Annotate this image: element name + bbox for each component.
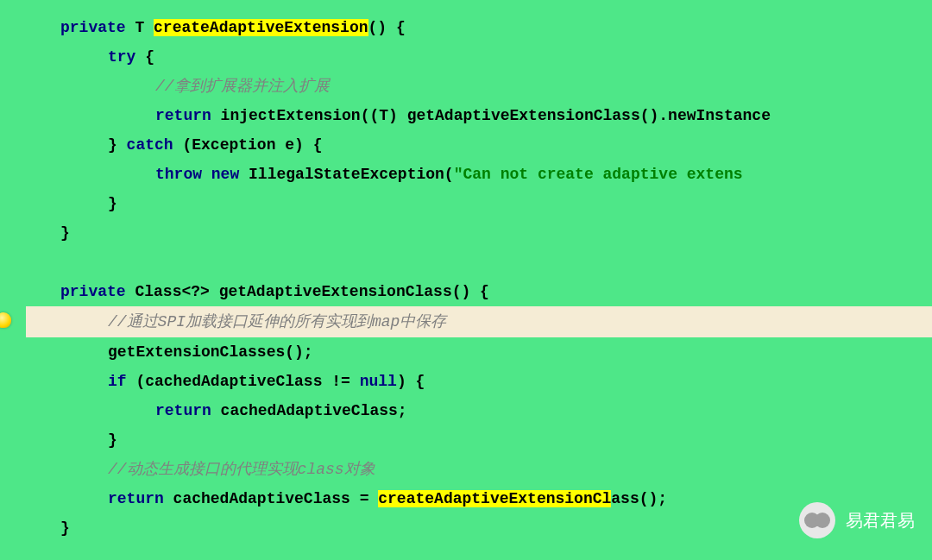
- type-param: T: [135, 19, 144, 36]
- code-line[interactable]: private T createAdaptiveExtension() {: [26, 13, 932, 42]
- keyword-throw: throw: [155, 166, 202, 183]
- keyword-try: try: [108, 48, 135, 66]
- code-line[interactable]: getExtensionClasses();: [26, 337, 932, 367]
- keyword-null: null: [360, 373, 397, 390]
- code-line[interactable]: if (cachedAdaptiveClass != null) {: [26, 367, 932, 396]
- wechat-icon: [799, 502, 835, 538]
- code-line[interactable]: }: [26, 425, 932, 455]
- comment: //拿到扩展器并注入扩展: [155, 78, 330, 95]
- keyword-return: return: [155, 107, 211, 124]
- code-line[interactable]: throw new IllegalStateException("Can not…: [26, 160, 932, 189]
- keyword-return: return: [155, 402, 211, 419]
- code-line[interactable]: return injectExtension((T) getAdaptiveEx…: [26, 101, 932, 130]
- code-line[interactable]: }: [26, 189, 932, 218]
- comment: //通过SPI加载接口延伸的所有实现到map中保存: [108, 313, 446, 330]
- keyword-new: new: [202, 166, 239, 183]
- keyword-catch: catch: [127, 136, 173, 154]
- code-line-blank[interactable]: [26, 248, 932, 277]
- watermark-text: 易君君易: [846, 509, 915, 532]
- code-line-highlighted[interactable]: //通过SPI加载接口延伸的所有实现到map中保存: [26, 306, 932, 337]
- code-line[interactable]: }: [26, 513, 932, 543]
- keyword-private: private: [60, 19, 126, 36]
- code-line[interactable]: //动态生成接口的代理实现class对象: [26, 455, 932, 484]
- code-area[interactable]: private T createAdaptiveExtension() { tr…: [26, 0, 932, 543]
- watermark: 易君君易: [799, 502, 915, 538]
- code-line[interactable]: return cachedAdaptiveClass = createAdapt…: [26, 484, 932, 513]
- code-line[interactable]: try {: [26, 42, 932, 72]
- gutter: [0, 0, 26, 560]
- highlight-method: createAdaptiveExtension: [154, 19, 368, 36]
- keyword-if: if: [108, 373, 127, 390]
- highlight-method: createAdaptiveExtensionCl: [378, 490, 611, 507]
- keyword-return: return: [108, 490, 164, 507]
- string-literal: "Can not create adaptive extens: [454, 166, 743, 183]
- code-line[interactable]: }: [26, 218, 932, 248]
- comment: //动态生成接口的代理实现class对象: [108, 461, 375, 478]
- code-line[interactable]: private Class<?> getAdaptiveExtensionCla…: [26, 277, 932, 306]
- code-line[interactable]: //拿到扩展器并注入扩展: [26, 72, 932, 101]
- code-line[interactable]: return cachedAdaptiveClass;: [26, 396, 932, 425]
- code-line[interactable]: } catch (Exception e) {: [26, 130, 932, 160]
- code-editor: private T createAdaptiveExtension() { tr…: [0, 0, 932, 560]
- keyword-private: private: [60, 283, 126, 300]
